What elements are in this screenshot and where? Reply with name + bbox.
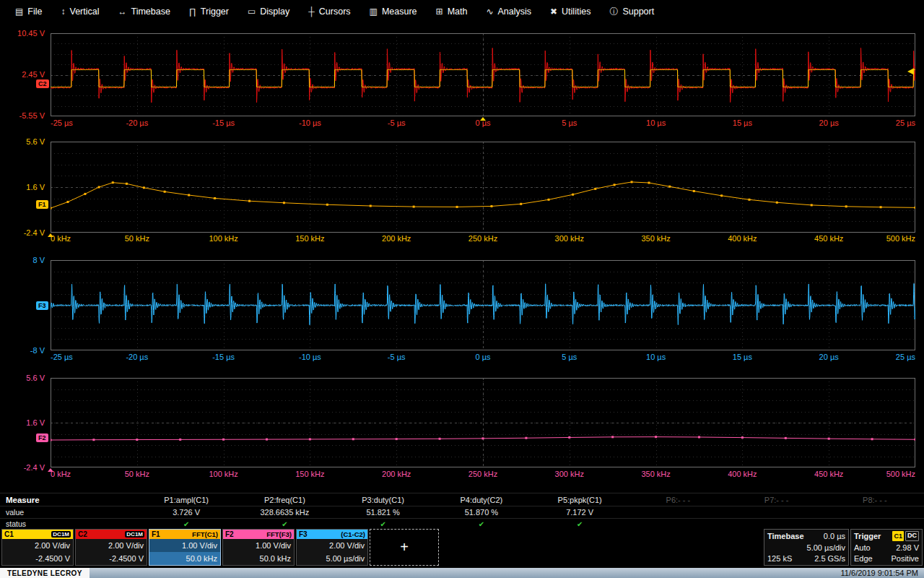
measure-param-name[interactable]: P7:- - - xyxy=(728,496,826,504)
waveform-canvas-c1c2[interactable] xyxy=(51,33,915,116)
channel-box-c1[interactable]: C1 DC1M 2.00 V/div -2.4500 V xyxy=(1,529,74,566)
menu-item-display[interactable]: ▭ Display xyxy=(238,0,299,23)
x-axis-label: -15 µs xyxy=(212,118,235,127)
measure-value xyxy=(728,508,826,517)
menu-item-timebase[interactable]: ↔ Timebase xyxy=(109,0,180,23)
menu-item-measure[interactable]: ▥ Measure xyxy=(360,0,427,23)
measure-param-name[interactable]: P5:pkpk(C1) xyxy=(531,496,629,504)
timebase-scale: 5.00 µs/div xyxy=(807,543,845,553)
menu-item-utilities[interactable]: ✖ Utilities xyxy=(541,0,600,23)
x-axis-label: -25 µs xyxy=(51,353,73,361)
coupling-badge: DC1M xyxy=(125,531,144,538)
channel-box-header: F1 FFT(C1) xyxy=(149,530,220,539)
measure-param-name[interactable]: P2:freq(C1) xyxy=(235,496,334,504)
x-axis-label: 300 kHz xyxy=(555,470,584,478)
measure-param-name[interactable]: P4:duty(C2) xyxy=(432,496,531,504)
trigger-level-marker[interactable]: ◀ xyxy=(907,66,914,75)
y-axis-label: 1.6 V xyxy=(0,418,45,427)
x-axis-label: -5 µs xyxy=(388,118,406,127)
measure-icon: ▥ xyxy=(370,7,378,17)
menu-item-label: Display xyxy=(260,7,289,17)
trigger-mode: Auto xyxy=(854,543,871,553)
menu-item-file[interactable]: ▤ File xyxy=(6,0,52,23)
menu-item-math[interactable]: ⊞ Math xyxy=(427,0,477,23)
x-axis-label: 500 kHz xyxy=(886,234,915,243)
channel-scale: 2.00 V/div xyxy=(2,539,73,552)
timebase-icon: ↔ xyxy=(118,7,127,17)
measure-status-check: ✔ xyxy=(334,520,432,528)
menu-item-cursors[interactable]: ┼ Cursors xyxy=(299,0,359,23)
channel-box-f2[interactable]: F2 FFT(F3) 1.00 V/div 50.0 kHz xyxy=(222,529,295,566)
add-trace-button[interactable]: + xyxy=(370,529,439,566)
measure-status-check: ✔ xyxy=(137,520,235,528)
measure-header-row: Measure P1:ampl(C1)P2:freq(C1)P3:duty(C1… xyxy=(0,493,924,506)
trigger-coupling-chip: DC xyxy=(905,531,919,541)
measure-status-check xyxy=(728,520,826,528)
measure-param-name[interactable]: P1:ampl(C1) xyxy=(137,496,235,504)
menu-item-label: File xyxy=(27,7,42,17)
menu-item-label: Trigger xyxy=(201,7,229,17)
status-bar: TELEDYNE LECROY 11/6/2019 9:01:54 PM xyxy=(0,568,924,578)
y-axis-label: -5.55 V xyxy=(0,111,45,120)
measure-row-label: status xyxy=(0,519,137,528)
y-axis-label: -8 V xyxy=(0,346,45,355)
timebase-offset: 0.0 µs xyxy=(824,531,845,541)
measure-panel: Measure P1:ampl(C1)P2:freq(C1)P3:duty(C1… xyxy=(0,493,924,529)
channel-id: F3 xyxy=(299,530,308,538)
y-axis-label: 10.45 V xyxy=(0,29,45,38)
trigger-panel[interactable]: Trigger C1 DC Auto 2.98 V Edge Positive xyxy=(850,529,923,566)
x-axis-label: 450 kHz xyxy=(814,470,843,478)
channel-offset-indicator-f2[interactable]: F2 xyxy=(36,434,48,442)
plus-icon: + xyxy=(400,539,409,556)
menu-item-trigger[interactable]: ∏ Trigger xyxy=(180,0,238,23)
menu-item-analysis[interactable]: ∿ Analysis xyxy=(476,0,541,23)
trigger-time-marker[interactable] xyxy=(480,117,486,121)
x-axis-label: 0 kHz xyxy=(51,234,71,243)
channel-box-c2[interactable]: C2 DC1M 2.00 V/div -2.4500 V xyxy=(75,529,147,566)
channel-id: C2 xyxy=(78,530,87,538)
x-axis-label: 20 µs xyxy=(819,118,839,127)
x-axis-label: 150 kHz xyxy=(295,234,324,243)
measure-value: 328.6635 kHz xyxy=(235,508,334,517)
x-axis-label: 100 kHz xyxy=(209,234,237,243)
channel-offset-indicator-f1[interactable]: F1 xyxy=(36,200,48,209)
math-icon: ⊞ xyxy=(436,7,443,17)
function-title: FFT(F3) xyxy=(266,530,292,538)
zero-frequency-marker xyxy=(48,233,53,237)
channel-scale: 1.00 V/div xyxy=(223,539,294,552)
x-axis-label: -25 µs xyxy=(51,118,73,127)
x-axis-labels: 0 kHz50 kHz100 kHz150 kHz200 kHz250 kHz3… xyxy=(51,470,915,480)
measure-row-label: value xyxy=(0,508,137,517)
x-axis-label: 0 kHz xyxy=(51,470,71,478)
measure-header-cells: P1:ampl(C1)P2:freq(C1)P3:duty(C1)P4:duty… xyxy=(137,496,924,504)
measure-param-name[interactable]: P6:- - - xyxy=(629,496,727,504)
x-axis-label: 250 kHz xyxy=(468,234,497,243)
x-axis-label: 500 kHz xyxy=(886,470,915,478)
channel-box-f3[interactable]: F3 (C1-C2) 2.00 V/div 5.00 µs/div xyxy=(296,529,368,566)
timebase-samplerate: 2.5 GS/s xyxy=(814,553,845,564)
menu-item-vertical[interactable]: ↕ Vertical xyxy=(52,0,109,23)
measure-param-name[interactable]: P3:duty(C1) xyxy=(334,496,432,504)
measure-param-name[interactable]: P8:- - - xyxy=(826,496,924,504)
y-axis-label: 1.6 V xyxy=(0,183,45,191)
timebase-panel[interactable]: Timebase 0.0 µs 5.00 µs/div 125 kS 2.5 G… xyxy=(764,529,849,566)
x-axis-label: 20 µs xyxy=(819,353,839,361)
waveform-canvas-f2[interactable] xyxy=(51,378,915,467)
y-axis-label: -2.4 V xyxy=(0,463,45,472)
display-icon: ▭ xyxy=(248,7,256,17)
x-axis-label: 250 kHz xyxy=(468,470,497,478)
menu-item-label: Vertical xyxy=(70,7,100,17)
x-axis-label: 300 kHz xyxy=(555,234,584,243)
channel-box-f1[interactable]: F1 FFT(C1) 1.00 V/div 50.0 kHz xyxy=(149,529,221,566)
x-axis-label: 25 µs xyxy=(896,353,915,361)
channel-offset-indicator-f3[interactable]: F3 xyxy=(36,301,48,310)
waveform-canvas-f3[interactable] xyxy=(51,260,915,350)
menu-item-label: Cursors xyxy=(319,7,351,17)
x-axis-label: 200 kHz xyxy=(382,234,411,243)
menu-item-support[interactable]: ⓘ Support xyxy=(600,0,663,23)
analysis-icon: ∿ xyxy=(486,7,493,17)
measure-value: 51.870 % xyxy=(432,508,531,517)
channel-offset-indicator-c2[interactable]: C2 xyxy=(36,79,49,88)
menu-bar: ▤ File ↕ Vertical ↔ Timebase ∏ Trigger ▭… xyxy=(0,0,924,23)
waveform-canvas-f1[interactable] xyxy=(51,142,915,233)
